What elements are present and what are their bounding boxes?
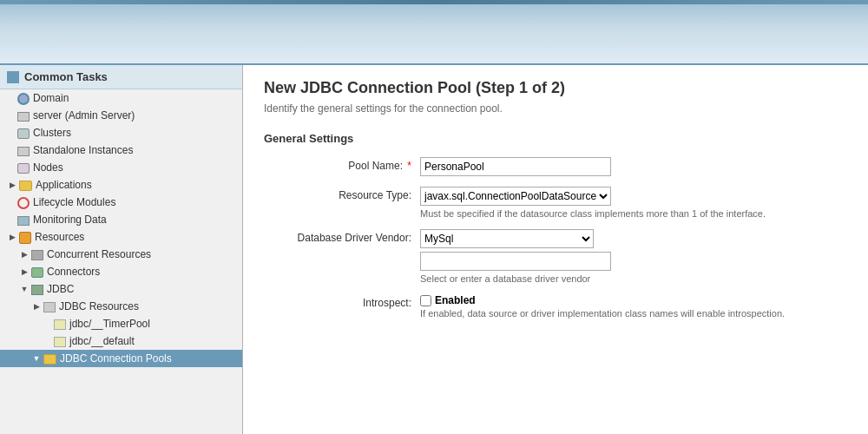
jdbc-default-icon	[54, 337, 66, 347]
sidebar-item-jdbc[interactable]: ▼ JDBC	[0, 280, 242, 298]
db-driver-field: MySql Derby Oracle PostgreSQL DB2 Sybase…	[420, 229, 847, 284]
sidebar-item-server-admin[interactable]: server (Admin Server)	[0, 107, 242, 124]
top-bar	[0, 4, 868, 65]
form-row-pool-name: Pool Name: *	[264, 157, 847, 176]
section-title: General Settings	[264, 132, 847, 145]
sidebar-item-lifecycle[interactable]: Lifecycle Modules	[0, 194, 242, 211]
sidebar-item-label: JDBC Connection Pools	[60, 352, 172, 365]
common-tasks-icon	[7, 71, 19, 83]
sidebar-item-label: Clusters	[33, 127, 71, 139]
nodes-icon	[17, 163, 30, 174]
resource-type-select[interactable]: javax.sql.ConnectionPoolDataSource javax…	[420, 187, 611, 206]
jdbc-icon	[31, 285, 43, 295]
sidebar-item-label: Domain	[33, 92, 69, 104]
sidebar-item-jdbc-connection-pools[interactable]: ▼ JDBC Connection Pools	[0, 350, 242, 367]
timerpool-icon	[54, 319, 66, 330]
sidebar-item-applications[interactable]: ▶ Applications	[0, 176, 242, 194]
resource-type-label: Resource Type:	[264, 187, 420, 201]
sidebar-item-jdbc-default[interactable]: jdbc/__default	[0, 332, 242, 350]
introspect-label: Introspect:	[264, 294, 420, 309]
form-row-introspect: Introspect: Enabled If enabled, data sou…	[264, 294, 847, 319]
sidebar: Common Tasks Domain server (Admin Server…	[0, 65, 243, 434]
globe-icon	[17, 93, 30, 105]
pool-name-label: Pool Name: *	[264, 157, 420, 172]
content-area: New JDBC Connection Pool (Step 1 of 2) I…	[243, 65, 868, 434]
page-title: New JDBC Connection Pool (Step 1 of 2)	[264, 79, 847, 97]
resource-type-field: javax.sql.ConnectionPoolDataSource javax…	[420, 187, 847, 219]
sidebar-item-label: Concurrent Resources	[47, 248, 151, 260]
sidebar-item-label: server (Admin Server)	[33, 109, 135, 122]
sidebar-item-nodes[interactable]: Nodes	[0, 159, 242, 176]
connectors-icon	[31, 267, 43, 278]
page-subtitle: Identify the general settings for the co…	[264, 102, 847, 115]
toggle-jdbc-resources: ▶	[31, 302, 42, 311]
introspect-hint: If enabled, data source or driver implem…	[420, 308, 847, 319]
toggle-concurrent: ▶	[19, 250, 30, 259]
sidebar-item-label: Nodes	[33, 161, 63, 174]
driver-vendor-row: MySql Derby Oracle PostgreSQL DB2 Sybase	[420, 229, 847, 248]
sidebar-item-label: Standalone Instances	[33, 144, 133, 156]
sidebar-item-label: Resources	[35, 231, 84, 243]
introspect-checkbox[interactable]	[420, 295, 431, 306]
introspect-field: Enabled If enabled, data source or drive…	[420, 294, 847, 319]
introspect-enabled-label: Enabled	[435, 294, 476, 306]
sidebar-item-label: Applications	[36, 179, 92, 191]
server-icon	[17, 112, 30, 122]
toggle-connection-pools: ▼	[31, 354, 42, 363]
pool-name-field	[420, 157, 847, 176]
toggle-applications: ▶	[7, 181, 17, 189]
sidebar-item-label: JDBC	[47, 283, 74, 295]
toggle-connectors: ▶	[19, 267, 30, 276]
applications-folder-icon	[19, 181, 32, 191]
introspect-checkbox-group: Enabled	[420, 294, 847, 306]
form-row-resource-type: Resource Type: javax.sql.ConnectionPoolD…	[264, 187, 847, 219]
toggle-jdbc: ▼	[19, 285, 30, 293]
sidebar-item-label: jdbc/__default	[69, 335, 135, 347]
sidebar-common-tasks-header: Common Tasks	[0, 65, 242, 89]
standalone-icon	[17, 147, 30, 156]
sidebar-item-resources[interactable]: ▶ Resources	[0, 228, 242, 246]
sidebar-section-label: Common Tasks	[24, 70, 108, 83]
form-row-db-driver: Database Driver Vendor: MySql Derby Orac…	[264, 229, 847, 284]
sidebar-item-label: Monitoring Data	[33, 214, 107, 226]
sidebar-item-label: Lifecycle Modules	[33, 196, 115, 208]
db-driver-hint: Select or enter a database driver vendor	[420, 273, 847, 284]
sidebar-item-domain[interactable]: Domain	[0, 89, 242, 107]
sidebar-item-label: Connectors	[47, 266, 100, 278]
clusters-icon	[17, 128, 30, 139]
sidebar-item-standalone[interactable]: Standalone Instances	[0, 141, 242, 159]
sidebar-item-concurrent[interactable]: ▶ Concurrent Resources	[0, 246, 242, 263]
sidebar-item-monitoring[interactable]: Monitoring Data	[0, 211, 242, 228]
sidebar-item-jdbc-timerpool[interactable]: jdbc/__TimerPool	[0, 315, 242, 332]
monitoring-icon	[17, 216, 30, 226]
sidebar-item-label: jdbc/__TimerPool	[69, 318, 150, 330]
sidebar-item-label: JDBC Resources	[59, 300, 139, 312]
pool-name-input[interactable]	[420, 157, 611, 176]
sidebar-item-clusters[interactable]: Clusters	[0, 124, 242, 141]
db-driver-text-input[interactable]	[420, 252, 611, 271]
connection-pools-folder-icon	[43, 354, 56, 365]
main-container: Common Tasks Domain server (Admin Server…	[0, 65, 868, 434]
resource-type-hint: Must be specified if the datasource clas…	[420, 208, 847, 219]
required-marker: *	[407, 160, 411, 172]
db-driver-select[interactable]: MySql Derby Oracle PostgreSQL DB2 Sybase	[420, 229, 594, 248]
db-driver-label: Database Driver Vendor:	[264, 229, 420, 244]
toggle-resources: ▶	[7, 233, 17, 241]
sidebar-item-jdbc-resources[interactable]: ▶ JDBC Resources	[0, 298, 242, 315]
sidebar-item-connectors[interactable]: ▶ Connectors	[0, 263, 242, 280]
resources-icon	[19, 232, 31, 244]
jdbc-resources-icon	[43, 302, 56, 312]
concurrent-icon	[31, 250, 43, 260]
lifecycle-icon	[17, 197, 30, 209]
